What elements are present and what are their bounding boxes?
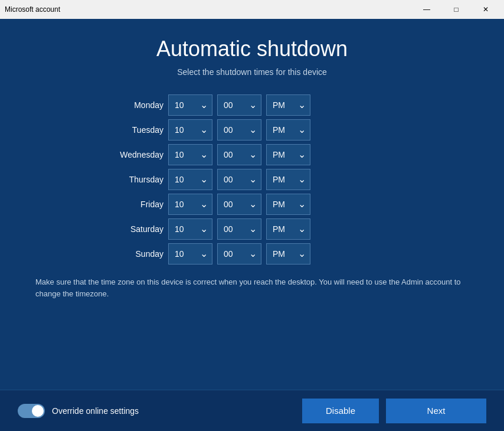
page-title: Automatic shutdown xyxy=(156,37,348,61)
ampm-select-friday[interactable]: AMPM xyxy=(266,194,310,215)
ampm-select-sunday[interactable]: AMPM xyxy=(266,243,310,265)
disable-button[interactable]: Disable xyxy=(302,399,379,423)
day-label-sunday: Sunday xyxy=(104,249,163,259)
notice-text: Make sure that the time zone on this dev… xyxy=(24,276,480,299)
toggle-container: Override online settings xyxy=(18,404,139,418)
schedule-row: Thursday12345678910111200051015202530354… xyxy=(104,169,400,190)
schedule-row: Saturday12345678910111200051015202530354… xyxy=(104,218,400,240)
hour-select-friday[interactable]: 123456789101112 xyxy=(168,194,212,215)
maximize-button[interactable]: □ xyxy=(443,0,470,19)
page-subtitle: Select the shutdown times for this devic… xyxy=(177,67,327,77)
day-label-thursday: Thursday xyxy=(104,175,163,184)
close-button[interactable]: ✕ xyxy=(472,0,499,19)
ampm-select-monday[interactable]: AMPM xyxy=(266,94,310,116)
schedule-row: Friday1234567891011120005101520253035404… xyxy=(104,194,400,215)
override-toggle[interactable] xyxy=(18,404,45,418)
day-label-tuesday: Tuesday xyxy=(104,125,163,135)
ampm-select-thursday[interactable]: AMPM xyxy=(266,169,310,190)
minute-select-tuesday[interactable]: 000510152025303540455055 xyxy=(217,119,261,141)
schedule-row: Sunday1234567891011120005101520253035404… xyxy=(104,243,400,265)
hour-select-thursday[interactable]: 123456789101112 xyxy=(168,169,212,190)
schedule-row: Wednesday1234567891011120005101520253035… xyxy=(104,144,400,165)
day-label-saturday: Saturday xyxy=(104,224,163,234)
minimize-button[interactable]: — xyxy=(413,0,440,19)
ampm-select-wednesday[interactable]: AMPM xyxy=(266,144,310,165)
title-bar: Microsoft account — □ ✕ xyxy=(0,0,504,19)
day-label-friday: Friday xyxy=(104,200,163,209)
main-content: Automatic shutdown Select the shutdown t… xyxy=(0,19,504,431)
hour-select-wednesday[interactable]: 123456789101112 xyxy=(168,144,212,165)
minute-select-saturday[interactable]: 000510152025303540455055 xyxy=(217,218,261,240)
ampm-select-saturday[interactable]: AMPM xyxy=(266,218,310,240)
minute-select-sunday[interactable]: 000510152025303540455055 xyxy=(217,243,261,265)
footer: Override online settings Disable Next xyxy=(0,390,504,431)
minute-select-friday[interactable]: 000510152025303540455055 xyxy=(217,194,261,215)
next-button[interactable]: Next xyxy=(386,399,486,423)
toggle-label: Override online settings xyxy=(52,406,139,416)
minute-select-monday[interactable]: 000510152025303540455055 xyxy=(217,94,261,116)
day-label-monday: Monday xyxy=(104,100,163,110)
day-label-wednesday: Wednesday xyxy=(104,150,163,159)
hour-select-monday[interactable]: 123456789101112 xyxy=(168,94,212,116)
ampm-select-tuesday[interactable]: AMPM xyxy=(266,119,310,141)
footer-buttons: Disable Next xyxy=(302,399,486,423)
schedule-container: Monday1234567891011120005101520253035404… xyxy=(104,94,400,265)
window-controls: — □ ✕ xyxy=(413,0,499,19)
schedule-row: Tuesday123456789101112000510152025303540… xyxy=(104,119,400,141)
hour-select-tuesday[interactable]: 123456789101112 xyxy=(168,119,212,141)
schedule-row: Monday1234567891011120005101520253035404… xyxy=(104,94,400,116)
app-title: Microsoft account xyxy=(5,5,60,14)
minute-select-wednesday[interactable]: 000510152025303540455055 xyxy=(217,144,261,165)
hour-select-saturday[interactable]: 123456789101112 xyxy=(168,218,212,240)
minute-select-thursday[interactable]: 000510152025303540455055 xyxy=(217,169,261,190)
hour-select-sunday[interactable]: 123456789101112 xyxy=(168,243,212,265)
